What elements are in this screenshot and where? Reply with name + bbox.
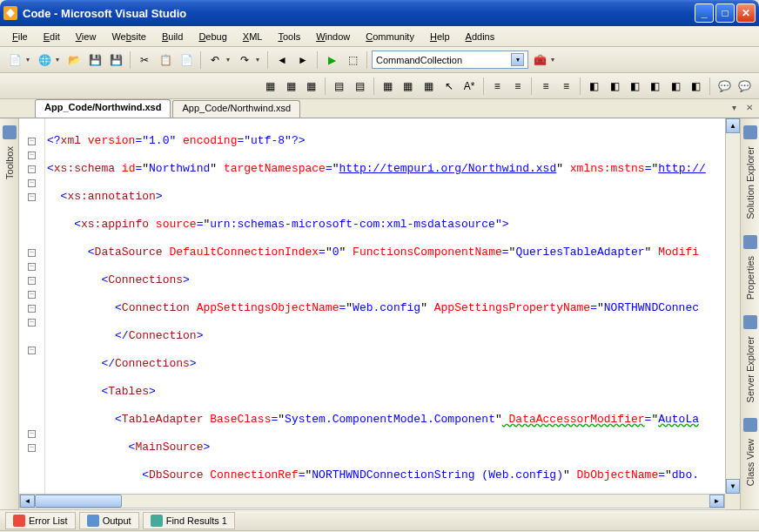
collapse-icon[interactable]: − — [28, 277, 36, 285]
object-icon[interactable]: ▦ — [281, 77, 299, 96]
menu-build[interactable]: Build — [155, 29, 190, 44]
new-website-icon[interactable]: 🌐 — [35, 51, 54, 70]
menu-community[interactable]: Community — [359, 29, 421, 44]
collapse-icon[interactable]: − — [28, 152, 36, 159]
collapse-icon[interactable]: − — [28, 444, 36, 452]
output-tab[interactable]: Output — [79, 512, 139, 529]
server-explorer-tab[interactable]: Server Explorer — [743, 331, 757, 407]
code-area[interactable]: <?xml version="1.0" encoding="utf-8"?> <… — [45, 118, 725, 494]
collapse-icon[interactable]: − — [28, 291, 36, 299]
object-icon[interactable]: ▦ — [302, 77, 320, 96]
collapse-icon[interactable]: − — [28, 179, 36, 187]
bookmark-clear-icon[interactable]: ◧ — [687, 77, 705, 96]
menu-tools[interactable]: Tools — [271, 29, 307, 44]
collapse-icon[interactable]: − — [28, 138, 36, 145]
open-icon[interactable]: 📂 — [64, 51, 84, 70]
config-icon[interactable]: ⬚ — [343, 51, 362, 70]
maximize-button[interactable]: □ — [715, 3, 735, 23]
menu-addins[interactable]: Addins — [459, 29, 502, 44]
bookmark-next-icon[interactable]: ◧ — [626, 77, 644, 96]
error-list-tab[interactable]: Error List — [5, 512, 76, 529]
outline-gutter[interactable]: − − − − − − − − − − − − — [19, 118, 45, 494]
find-results-tab[interactable]: Find Results 1 — [143, 512, 235, 529]
indent-right-icon[interactable]: ≡ — [508, 77, 527, 96]
nav-fwd-icon[interactable]: ► — [293, 51, 312, 70]
redo-icon[interactable]: ↷ — [235, 51, 254, 70]
bookmark-icon[interactable]: ▦ — [399, 77, 417, 96]
save-icon[interactable]: 💾 — [85, 51, 104, 70]
collapse-icon[interactable]: − — [28, 430, 36, 438]
tab-northwind[interactable]: App_Code/Northwind.xsd — [172, 100, 300, 118]
collapse-icon[interactable]: − — [28, 263, 36, 271]
comment-icon[interactable]: ▤ — [330, 77, 348, 96]
menu-window[interactable]: Window — [309, 29, 357, 44]
scroll-right-icon[interactable]: ► — [709, 495, 724, 508]
class-view-tab[interactable]: Class View — [743, 434, 757, 491]
bookmark-next-folder-icon[interactable]: ◧ — [667, 77, 685, 96]
uncomment-icon[interactable]: ▤ — [350, 77, 368, 96]
bookmark-icon[interactable]: ▦ — [379, 77, 397, 96]
close-button[interactable]: ✕ — [736, 3, 756, 23]
object-icon[interactable]: ▦ — [261, 77, 279, 96]
vertical-scrollbar[interactable]: ▲ ▼ — [725, 118, 740, 494]
server-explorer-icon[interactable] — [743, 315, 757, 329]
collapse-icon[interactable]: − — [28, 193, 36, 201]
help-icon[interactable]: 💬 — [715, 77, 733, 96]
scroll-up-icon[interactable]: ▲ — [726, 118, 740, 133]
titlebar[interactable]: Code - Microsoft Visual Studio _ □ ✕ — [0, 0, 759, 26]
bookmark-icon[interactable]: ▦ — [420, 77, 438, 96]
solution-explorer-icon[interactable] — [743, 125, 757, 139]
class-view-icon[interactable] — [743, 418, 757, 432]
param-icon[interactable]: A* — [460, 77, 478, 96]
collapse-icon[interactable]: − — [28, 319, 36, 327]
dropdown-icon[interactable]: ▾ — [226, 56, 233, 64]
bookmark-prev-icon[interactable]: ◧ — [605, 77, 623, 96]
indent-left-icon[interactable]: ≡ — [488, 77, 507, 96]
collapse-icon[interactable]: − — [28, 249, 36, 257]
menu-view[interactable]: View — [69, 29, 104, 44]
menu-xml[interactable]: XML — [236, 29, 270, 44]
dropdown-icon[interactable]: ▾ — [26, 56, 33, 64]
cut-icon[interactable]: ✂ — [135, 51, 154, 70]
toolbox-icon[interactable]: 🧰 — [530, 51, 549, 70]
horizontal-scrollbar[interactable]: ◄ ► — [19, 494, 725, 508]
find-combo[interactable]: CommandCollection ▾ — [372, 51, 528, 69]
scroll-left-icon[interactable]: ◄ — [20, 495, 35, 508]
minimize-button[interactable]: _ — [695, 3, 714, 23]
scroll-down-icon[interactable]: ▼ — [726, 479, 740, 494]
new-project-icon[interactable]: 📄 — [5, 51, 24, 70]
bookmark-toggle-icon[interactable]: ◧ — [585, 77, 603, 96]
menu-help[interactable]: Help — [423, 29, 457, 44]
copy-icon[interactable]: 📋 — [156, 51, 175, 70]
collapse-icon[interactable]: − — [28, 347, 36, 354]
pointer-icon[interactable]: ↖ — [440, 77, 458, 96]
help-icon[interactable]: 💬 — [735, 77, 754, 96]
solution-explorer-tab[interactable]: Solution Explorer — [743, 141, 757, 225]
toolbox-icon[interactable] — [3, 125, 17, 139]
menu-edit[interactable]: Edit — [37, 29, 67, 44]
menu-website[interactable]: Website — [104, 29, 153, 44]
combo-dropdown-icon[interactable]: ▾ — [511, 53, 524, 66]
uncomment-lines-icon[interactable]: ≡ — [557, 77, 575, 96]
tab-close-icon[interactable]: ✕ — [743, 101, 756, 113]
nav-back-icon[interactable]: ◄ — [272, 51, 292, 70]
tabs-dropdown-icon[interactable]: ▾ — [728, 101, 740, 113]
collapse-icon[interactable]: − — [28, 305, 36, 313]
collapse-icon[interactable]: − — [28, 165, 36, 173]
start-debug-icon[interactable]: ▶ — [322, 51, 341, 70]
properties-icon[interactable] — [743, 235, 757, 249]
code-editor[interactable]: − − − − − − − − − − − − — [19, 118, 740, 509]
tab-northwind-active[interactable]: App_Code/Northwind.xsd — [35, 99, 171, 118]
scroll-thumb[interactable] — [35, 495, 122, 508]
bookmark-prev-folder-icon[interactable]: ◧ — [646, 77, 664, 96]
menu-file[interactable]: File — [5, 29, 35, 44]
menu-debug[interactable]: Debug — [191, 29, 233, 44]
dropdown-icon[interactable]: ▾ — [256, 56, 263, 64]
save-all-icon[interactable]: 💾 — [106, 51, 125, 70]
properties-tab[interactable]: Properties — [743, 251, 757, 305]
undo-icon[interactable]: ↶ — [205, 51, 225, 70]
dropdown-icon[interactable]: ▾ — [56, 56, 63, 64]
paste-icon[interactable]: 📄 — [177, 51, 196, 70]
comment-lines-icon[interactable]: ≡ — [536, 77, 554, 96]
toolbox-tab[interactable]: Toolbox — [3, 141, 17, 185]
